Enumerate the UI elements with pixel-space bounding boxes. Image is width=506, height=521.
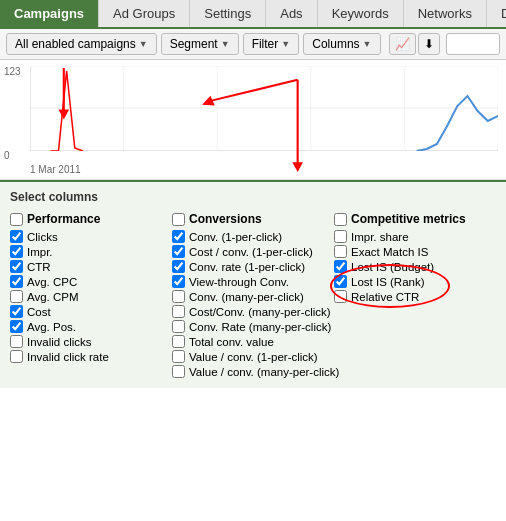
col-conv-rate-1per: Conv. rate (1-per-click) [172,260,334,273]
lost-is-rank-checkbox[interactable] [334,275,347,288]
lost-is-rank-label: Lost IS (Rank) [351,276,425,288]
segment-label: Segment [170,37,218,51]
filter-label: All enabled campaigns [15,37,136,51]
exact-match-is-checkbox[interactable] [334,245,347,258]
competitive-header-checkbox[interactable] [334,213,347,226]
col-cost-conv-many: Cost/Conv. (many-per-click) [172,305,334,318]
tab-bar: Campaigns Ad Groups Settings Ads Keyword… [0,0,506,29]
cost-checkbox[interactable] [10,305,23,318]
chart-svg [30,66,498,151]
impr-share-label: Impr. share [351,231,409,243]
chart-area: 123 0 1 Mar 2011 [0,60,506,180]
select-columns-panel: Select columns Performance Clicks Impr. … [0,180,506,388]
relative-ctr-label: Relative CTR [351,291,419,303]
conv-rate-1per-checkbox[interactable] [172,260,185,273]
tab-keywords[interactable]: Keywords [318,0,404,27]
col-lost-is-rank: Lost IS (Rank) [334,275,496,288]
conversions-label: Conversions [189,212,262,226]
performance-header: Performance [10,212,172,226]
conv-many-label: Conv. (many-per-click) [189,291,304,303]
competitive-group: Competitive metrics Impr. share Exact Ma… [334,212,496,380]
chart-x-label: 1 Mar 2011 [30,164,81,175]
avg-pos-checkbox[interactable] [10,320,23,333]
competitive-label: Competitive metrics [351,212,466,226]
col-invalid-click-rate: Invalid click rate [10,350,172,363]
conv-rate-many-label: Conv. Rate (many-per-click) [189,321,331,333]
ctr-label: CTR [27,261,51,273]
tab-ad-groups[interactable]: Ad Groups [99,0,190,27]
avg-cpm-label: Avg. CPM [27,291,79,303]
total-conv-value-label: Total conv. value [189,336,274,348]
col-lost-is-budget: Lost IS (Budget) [334,260,496,273]
impr-share-checkbox[interactable] [334,230,347,243]
conv-rate-1per-label: Conv. rate (1-per-click) [189,261,305,273]
avg-cpc-checkbox[interactable] [10,275,23,288]
columns-button[interactable]: Columns ▼ [303,33,380,55]
lost-is-budget-checkbox[interactable] [334,260,347,273]
col-total-conv-value: Total conv. value [172,335,334,348]
col-value-conv-1per: Value / conv. (1-per-click) [172,350,334,363]
col-avg-cpm: Avg. CPM [10,290,172,303]
conv-1per-label: Conv. (1-per-click) [189,231,282,243]
competitive-header: Competitive metrics [334,212,496,226]
clicks-checkbox[interactable] [10,230,23,243]
search-input-area[interactable] [446,33,501,55]
segment-button[interactable]: Segment ▼ [161,33,239,55]
svg-marker-14 [292,162,303,172]
view-through-checkbox[interactable] [172,275,185,288]
col-impr-share: Impr. share [334,230,496,243]
chevron-down-icon: ▼ [139,39,148,49]
conv-many-checkbox[interactable] [172,290,185,303]
col-conv-rate-many: Conv. Rate (many-per-click) [172,320,334,333]
value-conv-1per-checkbox[interactable] [172,350,185,363]
exact-match-is-label: Exact Match IS [351,246,428,258]
ctr-checkbox[interactable] [10,260,23,273]
impr-checkbox[interactable] [10,245,23,258]
columns-label: Columns [312,37,359,51]
tab-networks[interactable]: Networks [404,0,487,27]
chart-icon-button[interactable]: 📈 [389,33,416,55]
col-invalid-clicks: Invalid clicks [10,335,172,348]
col-clicks: Clicks [10,230,172,243]
value-conv-many-label: Value / conv. (many-per-click) [189,366,339,378]
avg-pos-label: Avg. Pos. [27,321,76,333]
performance-header-checkbox[interactable] [10,213,23,226]
chevron-down-icon: ▼ [221,39,230,49]
select-columns-title: Select columns [10,190,496,204]
conversions-header-checkbox[interactable] [172,213,185,226]
cost-conv-1per-label: Cost / conv. (1-per-click) [189,246,313,258]
cost-conv-many-checkbox[interactable] [172,305,185,318]
download-button[interactable]: ⬇ [418,33,440,55]
lost-is-budget-label: Lost IS (Budget) [351,261,434,273]
total-conv-value-checkbox[interactable] [172,335,185,348]
view-through-label: View-through Conv. [189,276,289,288]
value-conv-many-checkbox[interactable] [172,365,185,378]
cost-label: Cost [27,306,51,318]
cost-conv-many-label: Cost/Conv. (many-per-click) [189,306,331,318]
tab-di[interactable]: Di [487,0,506,27]
col-avg-pos: Avg. Pos. [10,320,172,333]
invalid-clicks-checkbox[interactable] [10,335,23,348]
cost-conv-1per-checkbox[interactable] [172,245,185,258]
tab-campaigns[interactable]: Campaigns [0,0,99,27]
tab-ads[interactable]: Ads [266,0,317,27]
col-exact-match-is: Exact Match IS [334,245,496,258]
conv-1per-checkbox[interactable] [172,230,185,243]
conv-rate-many-checkbox[interactable] [172,320,185,333]
col-cost-conv-1per: Cost / conv. (1-per-click) [172,245,334,258]
relative-ctr-checkbox[interactable] [334,290,347,303]
chevron-down-icon: ▼ [281,39,290,49]
col-conv-many: Conv. (many-per-click) [172,290,334,303]
col-ctr: CTR [10,260,172,273]
avg-cpc-label: Avg. CPC [27,276,77,288]
avg-cpm-checkbox[interactable] [10,290,23,303]
performance-label: Performance [27,212,100,226]
impr-label: Impr. [27,246,53,258]
col-conv-1per: Conv. (1-per-click) [172,230,334,243]
col-cost: Cost [10,305,172,318]
value-conv-1per-label: Value / conv. (1-per-click) [189,351,318,363]
all-campaigns-filter[interactable]: All enabled campaigns ▼ [6,33,157,55]
filter-button[interactable]: Filter ▼ [243,33,300,55]
invalid-click-rate-checkbox[interactable] [10,350,23,363]
tab-settings[interactable]: Settings [190,0,266,27]
